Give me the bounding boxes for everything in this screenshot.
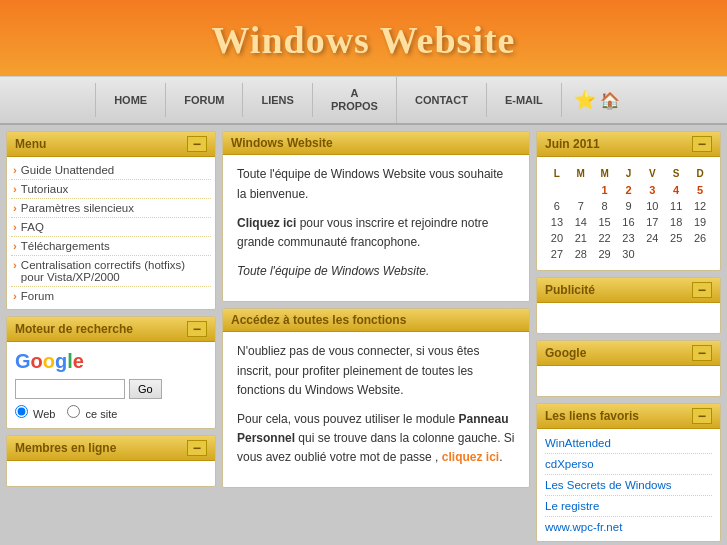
cal-day-2[interactable]: 2: [617, 182, 641, 198]
nav-contact[interactable]: CONTACT: [397, 83, 487, 117]
cal-day-9: 9: [617, 198, 641, 214]
calendar-header: Juin 2011 −: [537, 132, 720, 157]
nav-home[interactable]: HOME: [95, 83, 166, 117]
nav-email[interactable]: E-MAIL: [487, 83, 562, 117]
cal-day-21: 21: [569, 230, 593, 246]
search-go-button[interactable]: Go: [129, 379, 162, 399]
nav-apropos[interactable]: APROPOS: [313, 77, 397, 123]
cal-day-15: 15: [593, 214, 617, 230]
search-header: Moteur de recherche −: [7, 317, 215, 342]
menu-item-guide[interactable]: Guide Unattended: [11, 161, 211, 180]
radio-web-label[interactable]: Web: [15, 405, 55, 420]
google-collapse-button[interactable]: −: [692, 345, 712, 361]
cal-day-20: 20: [545, 230, 569, 246]
liens-list: WinAttended cdXperso Les Secrets de Wind…: [537, 429, 720, 541]
lien-item-1: WinAttended: [545, 433, 712, 454]
cal-day-27: 27: [545, 246, 569, 262]
site-title: Windows Website: [10, 18, 717, 62]
middle-column: Windows Website Toute l'équipe de Window…: [222, 131, 530, 542]
search-body: Google Go Web ce site: [7, 342, 215, 428]
menu-item-faq[interactable]: FAQ: [11, 218, 211, 237]
calendar-table: L M M J V S D 1: [545, 165, 712, 262]
welcome-text1: Toute l'équipe de Windows Website vous s…: [237, 165, 515, 203]
cal-day-empty: [664, 246, 688, 262]
cal-day-25: 25: [664, 230, 688, 246]
cal-th-j: J: [617, 165, 641, 182]
liens-collapse-button[interactable]: −: [692, 408, 712, 424]
membres-module: Membres en ligne −: [6, 435, 216, 487]
search-module: Moteur de recherche − Google Go Web: [6, 316, 216, 429]
nav-icons: ⭐ 🏠: [562, 81, 632, 119]
cal-day-8: 8: [593, 198, 617, 214]
google-title: Google: [545, 346, 586, 360]
cal-th-m1: M: [569, 165, 593, 182]
cal-day-23: 23: [617, 230, 641, 246]
search-input[interactable]: [15, 379, 125, 399]
search-collapse-button[interactable]: −: [187, 321, 207, 337]
cal-day-30: 30: [617, 246, 641, 262]
cal-th-m2: M: [593, 165, 617, 182]
cal-week-4: 20 21 22 23 24 25 26: [545, 230, 712, 246]
cal-day-11: 11: [664, 198, 688, 214]
fonctions-text2: Pour cela, vous pouvez utiliser le modul…: [237, 410, 515, 468]
lien-item-3: Les Secrets de Windows: [545, 475, 712, 496]
menu-item-parametres[interactable]: Paramètres silencieux: [11, 199, 211, 218]
cal-day: [545, 182, 569, 198]
menu-item-telechargements[interactable]: Téléchargements: [11, 237, 211, 256]
cal-week-3: 13 14 15 16 17 18 19: [545, 214, 712, 230]
cal-day-4[interactable]: 4: [664, 182, 688, 198]
home-icon[interactable]: 🏠: [600, 91, 620, 110]
cal-day-10: 10: [640, 198, 664, 214]
cal-th-v: V: [640, 165, 664, 182]
cal-day-empty: [688, 246, 712, 262]
cal-day-26: 26: [688, 230, 712, 246]
menu-item-tutoriaux[interactable]: Tutoriaux: [11, 180, 211, 199]
calendar-title: Juin 2011: [545, 137, 600, 151]
cal-day-28: 28: [569, 246, 593, 262]
fonctions-title: Accédez à toutes les fonctions: [231, 313, 406, 327]
nav-liens[interactable]: LIENS: [243, 83, 312, 117]
fonctions-body: N'oubliez pas de vous connecter, si vous…: [223, 332, 529, 487]
liens-title: Les liens favoris: [545, 409, 639, 423]
membres-collapse-button[interactable]: −: [187, 440, 207, 456]
cal-day-3[interactable]: 3: [640, 182, 664, 198]
publicite-module: Publicité −: [536, 277, 721, 334]
calendar-collapse-button[interactable]: −: [692, 136, 712, 152]
right-column: Juin 2011 − L M M J V S D: [536, 131, 721, 542]
menu-module: Menu − Guide Unattended Tutoriaux Paramè…: [6, 131, 216, 310]
cal-day-14: 14: [569, 214, 593, 230]
star-icon[interactable]: ⭐: [574, 89, 596, 111]
cal-day-29: 29: [593, 246, 617, 262]
welcome-module: Windows Website Toute l'équipe de Window…: [222, 131, 530, 302]
cal-day-24: 24: [640, 230, 664, 246]
cal-day-17: 17: [640, 214, 664, 230]
cal-day-19: 19: [688, 214, 712, 230]
google-body: [537, 366, 720, 396]
cal-day-12: 12: [688, 198, 712, 214]
nav-forum[interactable]: FORUM: [166, 83, 243, 117]
cal-day-5[interactable]: 5: [688, 182, 712, 198]
google-header: Google −: [537, 341, 720, 366]
radio-row: Web ce site: [15, 405, 207, 420]
menu-title: Menu: [15, 137, 46, 151]
menu-collapse-button[interactable]: −: [187, 136, 207, 152]
fonctions-header: Accédez à toutes les fonctions: [223, 309, 529, 332]
cal-day-1[interactable]: 1: [593, 182, 617, 198]
cal-week-1: 1 2 3 4 5: [545, 182, 712, 198]
calendar-module: Juin 2011 − L M M J V S D: [536, 131, 721, 271]
publicite-collapse-button[interactable]: −: [692, 282, 712, 298]
cal-day-empty: [640, 246, 664, 262]
google-module: Google −: [536, 340, 721, 397]
welcome-cliquez-link[interactable]: Cliquez ici: [237, 216, 296, 230]
fonctions-module: Accédez à toutes les fonctions N'oubliez…: [222, 308, 530, 488]
menu-item-centralisation[interactable]: Centralisation correctifs (hotfixs) pour…: [11, 256, 211, 287]
radio-site[interactable]: [67, 405, 80, 418]
left-column: Menu − Guide Unattended Tutoriaux Paramè…: [6, 131, 216, 542]
radio-site-label[interactable]: ce site: [67, 405, 117, 420]
lien-item-5: www.wpc-fr.net: [545, 517, 712, 537]
cal-th-l: L: [545, 165, 569, 182]
radio-web[interactable]: [15, 405, 28, 418]
menu-item-forum[interactable]: Forum: [11, 287, 211, 305]
cal-week-5: 27 28 29 30: [545, 246, 712, 262]
cliquez-ici-link[interactable]: cliquez ici: [438, 450, 499, 464]
